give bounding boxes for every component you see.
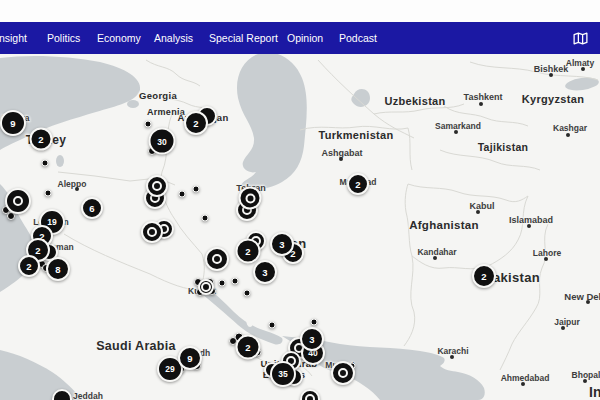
- city-label-kabul: Kabul: [469, 201, 494, 211]
- cluster-marker-9[interactable]: 9: [0, 110, 26, 136]
- cluster-marker-8[interactable]: 8: [46, 257, 70, 281]
- nav-item-special-report[interactable]: Special Report: [209, 22, 278, 54]
- event-marker-dot[interactable]: [202, 215, 209, 222]
- event-marker-dot[interactable]: [193, 186, 200, 193]
- city-dot: [433, 256, 437, 260]
- issyk-kul-lake: [564, 76, 599, 93]
- city-dot: [521, 382, 525, 386]
- city-dot: [566, 133, 570, 137]
- cluster-marker-6[interactable]: 6: [81, 197, 103, 219]
- cluster-marker-2[interactable]: 2: [347, 173, 369, 195]
- cluster-marker-30[interactable]: 30: [149, 128, 176, 155]
- city-dot: [75, 187, 79, 191]
- cluster-marker-3[interactable]: 3: [253, 260, 277, 284]
- cluster-marker-2[interactable]: 2: [236, 335, 261, 360]
- city-dot: [339, 157, 343, 161]
- nav-item-economy[interactable]: Economy: [97, 22, 141, 54]
- cluster-marker-3[interactable]: 3: [300, 327, 324, 351]
- nav-item-opinion[interactable]: Opinion: [287, 22, 323, 54]
- event-marker-icon[interactable]: [141, 221, 163, 243]
- qatar-peninsula: [246, 311, 254, 327]
- city-dot: [454, 130, 458, 134]
- event-marker-dot[interactable]: [269, 322, 276, 329]
- cluster-marker-2[interactable]: 2: [30, 128, 53, 151]
- city-dot: [581, 67, 585, 71]
- city-dot: [586, 300, 590, 304]
- cluster-marker-2[interactable]: 2: [18, 255, 40, 277]
- cluster-marker-2[interactable]: 2: [184, 111, 208, 135]
- country-label-uzbekistan: Uzbekistan: [384, 95, 445, 107]
- event-marker-icon[interactable]: [331, 361, 355, 385]
- event-marker-icon[interactable]: [5, 188, 31, 214]
- nav-item-insight[interactable]: Insight: [0, 22, 27, 54]
- country-label-kyrgyzstan: Kyrgyzstan: [522, 93, 584, 105]
- event-marker-icon[interactable]: [239, 187, 262, 210]
- country-label-tajikistan: Tajikistan: [478, 141, 529, 153]
- city-dot: [479, 102, 483, 106]
- nav-item-podcast[interactable]: Podcast: [339, 22, 377, 54]
- caspian-sea: [237, 54, 307, 189]
- country-label-afghanistan: Afghanistan: [409, 219, 479, 231]
- city-dot: [583, 379, 587, 383]
- event-marker-dot[interactable]: [45, 190, 52, 197]
- event-marker-icon[interactable]: [198, 279, 214, 295]
- city-dot: [544, 257, 548, 261]
- aral-sea: [351, 89, 370, 107]
- city-label-islamabad: Islamabad: [509, 215, 553, 225]
- city-label-new-delhi: New Delhi: [564, 291, 600, 302]
- event-marker-icon[interactable]: [205, 247, 229, 271]
- event-marker-dot[interactable]: [311, 319, 318, 326]
- city-dot: [527, 224, 531, 228]
- main-nav: InsightPoliticsEconomyAnalysisSpecial Re…: [0, 22, 600, 54]
- event-marker-dot[interactable]: [42, 160, 49, 167]
- city-label-kandahar: Kandahar: [417, 247, 456, 257]
- city-label-tashkent: Tashkent: [464, 92, 503, 102]
- city-label-samarkand: Samarkand: [435, 121, 481, 131]
- map-canvas[interactable]: GeorgiaArmeniaAzerbaijanTurkeyTurkmenist…: [0, 54, 600, 400]
- app-window: InsightPoliticsEconomyAnalysisSpecial Re…: [0, 0, 600, 400]
- city-label-kashgar: Kashgar: [553, 123, 587, 133]
- country-label-turkmenistan: Turkmenistan: [319, 129, 394, 141]
- city-label-jeddah: Jeddah: [73, 391, 103, 400]
- lake-sevan: [127, 100, 139, 108]
- event-marker-dot[interactable]: [179, 191, 186, 198]
- event-marker-dot[interactable]: [145, 121, 152, 128]
- map-icon[interactable]: [572, 30, 589, 47]
- nav-item-analysis[interactable]: Analysis: [154, 22, 193, 54]
- cluster-marker-2[interactable]: 2: [472, 264, 496, 288]
- city-dot: [450, 355, 454, 359]
- event-marker-dot[interactable]: [244, 290, 251, 297]
- city-dot: [549, 73, 553, 77]
- event-marker-dot[interactable]: [219, 280, 226, 287]
- city-dot: [476, 210, 480, 214]
- event-marker-icon[interactable]: [146, 175, 168, 197]
- city-label-ahmedabad: Ahmedabad: [501, 373, 550, 383]
- cluster-marker-9[interactable]: 9: [178, 346, 202, 370]
- black-sea: [0, 56, 140, 150]
- city-label-jaipur: Jaipur: [554, 317, 580, 327]
- lake-tuz: [56, 155, 64, 167]
- city-dot: [561, 326, 565, 330]
- country-label-saudi-arabia: Saudi Arabia: [96, 339, 176, 353]
- event-marker-dot[interactable]: [232, 278, 239, 285]
- city-label-almaty: Almaty: [566, 58, 594, 68]
- cluster-marker-35[interactable]: 35: [270, 361, 296, 387]
- city-label-aleppo: Aleppo: [58, 179, 87, 189]
- country-label-georgia: Georgia: [139, 90, 177, 101]
- page-top-strip: [0, 0, 600, 22]
- country-label-india: India: [589, 384, 600, 400]
- cluster-marker-2[interactable]: 2: [236, 239, 261, 264]
- nav-item-politics[interactable]: Politics: [47, 22, 80, 54]
- cluster-marker-3[interactable]: 3: [270, 232, 294, 256]
